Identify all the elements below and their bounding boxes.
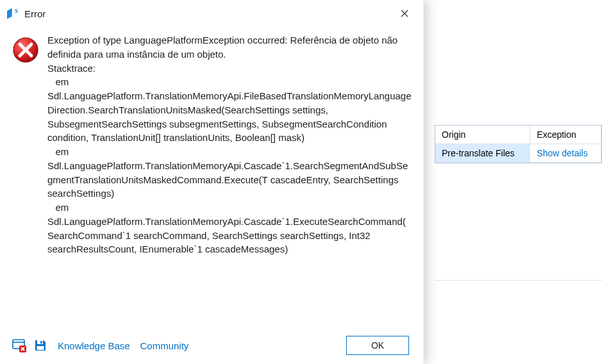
svg-rect-5 bbox=[40, 341, 42, 343]
svg-text:S: S bbox=[15, 8, 18, 14]
knowledge-base-link[interactable]: Knowledge Base bbox=[58, 340, 130, 351]
svg-rect-6 bbox=[37, 346, 44, 350]
app-icon: S bbox=[6, 7, 19, 20]
community-link[interactable]: Community bbox=[140, 340, 188, 351]
col-exception: Exception bbox=[530, 126, 601, 144]
ok-button[interactable]: OK bbox=[346, 336, 409, 355]
background-divider bbox=[435, 280, 602, 281]
table-row[interactable]: Pre-translate Files Show details bbox=[435, 144, 601, 163]
dialog-footer: Knowledge Base Community OK bbox=[0, 327, 423, 364]
error-message: Exception of type LanguagePlatformExcept… bbox=[47, 33, 412, 327]
titlebar: S Error bbox=[0, 0, 423, 27]
dialog-title: Error bbox=[24, 8, 46, 19]
save-icon[interactable] bbox=[33, 338, 49, 352]
error-dialog: S Error bbox=[0, 0, 424, 364]
col-origin: Origin bbox=[435, 126, 530, 144]
error-icon bbox=[12, 56, 40, 66]
show-details-link[interactable]: Show details bbox=[537, 148, 587, 158]
svg-rect-4 bbox=[37, 340, 43, 344]
close-button[interactable] bbox=[394, 4, 415, 23]
background-task-table: Origin Exception Pre-translate Files Sho… bbox=[435, 125, 602, 163]
cell-origin: Pre-translate Files bbox=[435, 144, 530, 163]
export-error-icon[interactable] bbox=[12, 338, 27, 352]
